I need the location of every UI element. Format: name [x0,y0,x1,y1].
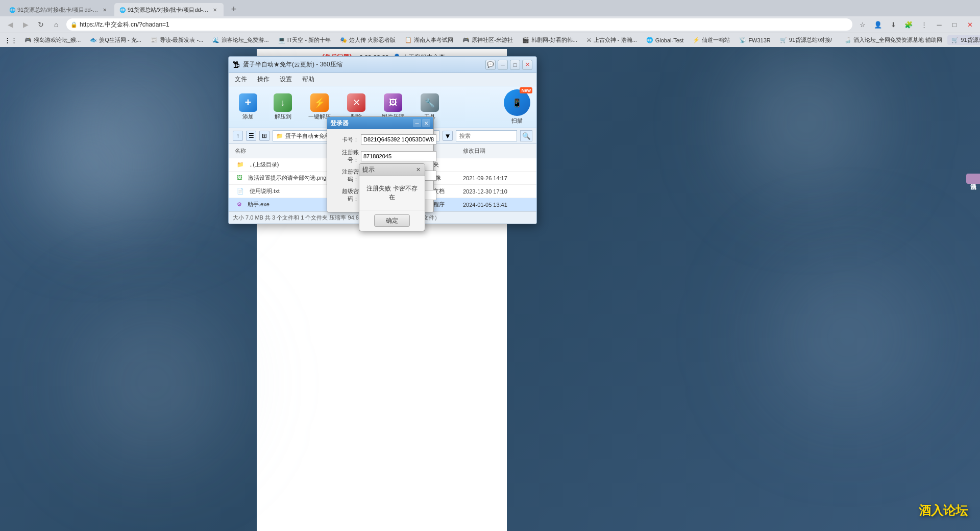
tab-close-2[interactable]: ✕ [211,6,218,13]
zip-feedback-button[interactable]: 💬 [485,60,496,70]
zip-search-button[interactable]: 🔍 [520,130,532,141]
login-cardno-row: 卡号： [332,134,428,144]
new-tab-button[interactable]: + [227,2,241,16]
zip-file-name-1: 🖼 激活设置提示的请全部勾选.png [233,173,338,183]
bookmark-star-button[interactable]: ☆ [855,17,870,32]
bookmark-10[interactable]: 🌐Global-Test [642,36,688,44]
login-account-row: 注册账号： [332,149,428,164]
zip-file-date-0 [461,164,532,166]
download-button[interactable]: ⬇ [886,17,900,32]
scan-icon: 📱 [512,98,522,108]
new-badge: New [520,87,532,93]
menu-button[interactable]: ⋮ [917,17,931,32]
zip-listview-button[interactable]: ☰ [246,131,256,141]
zip-menu-operate[interactable]: 操作 [255,74,272,85]
close-window[interactable]: ✕ [963,17,977,32]
login-dialog-close[interactable]: ✕ [422,119,430,127]
zip-file-date-3: 2024-01-05 13:41 [461,201,532,209]
login-cardno-input[interactable] [361,134,436,144]
browser-profile-button[interactable]: 👤 [871,17,885,32]
tab-1[interactable]: 🌐 91货源总站/对接/批卡/项目dd-双... ✕ [4,3,113,16]
login-account-label: 注册账号： [332,149,359,164]
tab-close-1[interactable]: ✕ [101,6,108,13]
zip-gridview-button[interactable]: ⊞ [259,131,270,141]
zip-folder-icon: 📁 [276,133,283,139]
bookmark-5[interactable]: 🎭楚人传 火影忍者版 [336,35,400,45]
bookmark-12[interactable]: 📡FW313R [735,36,774,44]
bookmark-14[interactable]: 🍶酒入论坛_全网免费资源基地 辅助网 [840,35,946,45]
tab-favicon-1: 🌐 [9,7,15,13]
login-dialog-minimize[interactable]: ─ [413,119,421,127]
oneclick-icon: ⚡ [314,97,325,108]
bookmarks-bar: ⋮⋮ 🎮猴岛游戏论坛_猴... 🐟羡Q生活网 - 充... 📰导读-最新发表 -… [0,33,980,47]
imgcompress-icon: 🖼 [389,98,397,107]
home-button[interactable]: ⌂ [49,17,63,32]
tab-2[interactable]: 🌐 91货源总站/对接/批卡/项目dd-双... ✕ [114,3,224,16]
bookmark-13[interactable]: 🛒91货源总站/对接/ [776,35,836,45]
bookmark-11[interactable]: ⚡仙道一鸣站 [689,35,734,45]
minimize-window[interactable]: ─ [932,17,946,32]
zip-add-label: 添加 [242,113,254,120]
back-button[interactable]: ◀ [3,17,17,32]
alert-close-button[interactable]: ✕ [414,166,422,174]
zip-menu-help[interactable]: 帮助 [300,74,316,85]
extract-icon: ↓ [281,98,285,108]
bokeh-2 [26,102,153,230]
bookmark-0[interactable]: 🎮猴岛游戏论坛_猴... [20,35,85,45]
bookmark-1[interactable]: 🐟羡Q生活网 - 充... [86,35,145,45]
bookmark-15[interactable]: 🛒91货源总站/对接/批卡/项目dd-双迹 [947,35,980,45]
tab-label-2: 91货源总站/对接/批卡/项目dd-双... [128,6,209,14]
delete-icon: ✕ [353,97,360,108]
zip-window-icon: 🗜 [233,61,240,69]
bookmark-8[interactable]: 🎬韩剧网-好看的韩... [518,35,581,45]
login-account-input[interactable] [361,151,436,161]
bookmark-9[interactable]: ⚔上古众神 - 浩瀚... [582,35,641,45]
add-icon: + [245,96,252,109]
address-bar[interactable] [80,21,848,28]
forward-button[interactable]: ▶ [18,17,33,32]
col-date: 修改日期 [461,146,532,156]
zip-menu-file[interactable]: 文件 [233,74,249,85]
tab-label-1: 91货源总站/对接/批卡/项目dd-双... [17,6,99,14]
zip-window-title: 蛋子半自动★免年(云更新) - 360压缩 [243,60,485,69]
zip-add-button[interactable]: + 添加 [235,91,261,123]
bookmark-6[interactable]: 📋湖南人事考试网 [401,35,457,45]
bookmark-3[interactable]: 🌊浪客论坛_免费游... [208,35,273,45]
zip-maximize-button[interactable]: □ [510,60,520,70]
zip-menu-settings[interactable]: 设置 [278,74,294,85]
login-dialog-title: 登录器 [330,119,413,128]
bokeh-3 [77,306,230,460]
alert-dialog-titlebar: 提示 ✕ [359,164,425,176]
zip-minimize-button[interactable]: ─ [498,60,508,70]
alert-dialog: 提示 ✕ 注册失败 卡密不存在 确定 [359,163,425,231]
zip-file-date-2: 2023-12-30 17:10 [461,187,532,196]
zip-close-button[interactable]: ✕ [522,60,532,70]
scan-label: 扫描 [511,117,523,125]
zip-scan-button[interactable]: New 📱 扫描 [504,89,530,125]
zip-file-name-0: 📁 ..(上级目录) [233,160,338,170]
alert-message: 注册失败 卡密不存在 [359,176,425,210]
bokeh-4 [735,51,878,194]
bookmark-2[interactable]: 📰导读-最新发表 -... [146,35,208,45]
alert-ok-button[interactable]: 确定 [374,214,410,227]
right-float-button[interactable]: 活动资讯 [966,174,980,184]
login-superpwd-label: 超级密码： [332,187,359,203]
address-bar-container: 🔒 [66,18,852,31]
zip-path-dropdown[interactable]: ▼ [443,131,453,141]
zip-titlebar: 🗜 蛋子半自动★免年(云更新) - 360压缩 💬 ─ □ ✕ [229,57,536,73]
reload-button[interactable]: ↻ [34,17,48,32]
bookmark-4[interactable]: 💻IT天空 - 新的十年 [274,35,335,45]
tab-favicon-2: 🌐 [119,7,126,13]
browser-chrome: 🌐 91货源总站/对接/批卡/项目dd-双... ✕ 🌐 91货源总站/对接/批… [0,0,980,47]
zip-up-button[interactable]: ↑ [233,131,243,141]
lock-icon: 🔒 [70,21,78,28]
tools-icon: 🔧 [425,98,435,108]
extensions-button[interactable]: 🧩 [901,17,916,32]
zip-search-input[interactable] [456,130,517,141]
zip-extract-button[interactable]: ↓ 解压到 [270,91,296,123]
bookmark-7[interactable]: 🎮原神社区-米游社 [458,35,517,45]
bookmark-apps-icon: ⋮⋮ [4,36,17,44]
login-dialog-titlebar: 登录器 ─ ✕ [327,117,433,129]
login-regpwd-label: 注册密码： [332,168,359,183]
maximize-window[interactable]: □ [947,17,962,32]
